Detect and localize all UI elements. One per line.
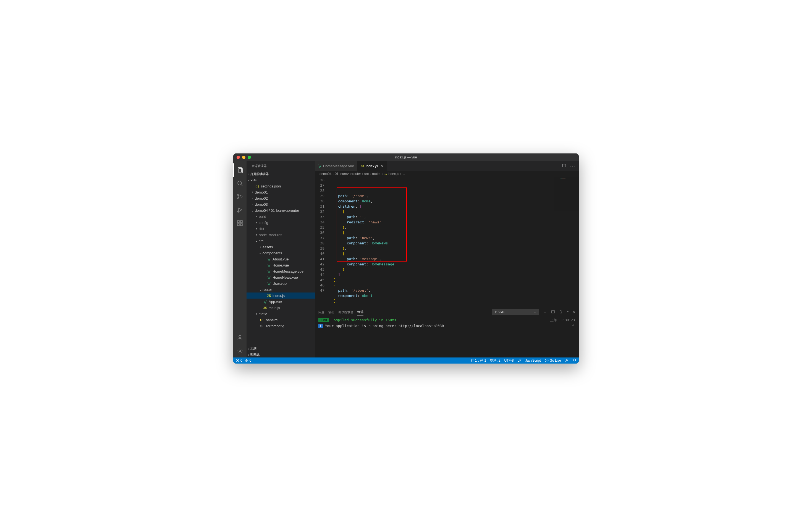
tree-folder[interactable]: ›dist <box>246 226 315 232</box>
tree-file[interactable]: ⋁Home.vue <box>246 262 315 268</box>
breadcrumb-item[interactable]: 01-learnvuerouter <box>335 172 361 176</box>
tree-file[interactable]: JSindex.js <box>246 292 315 298</box>
extensions-icon[interactable] <box>233 217 246 230</box>
panel-actions: 1: node ⌄ ＋ ⌃ ✕ <box>492 309 575 315</box>
chevron-right-icon: › <box>251 196 255 200</box>
minimap[interactable] <box>554 177 579 232</box>
tree-folder[interactable]: ⌄components <box>246 250 315 256</box>
status-eol[interactable]: LF <box>518 358 522 363</box>
tree-file[interactable]: ⚙.editorconfig <box>246 323 315 329</box>
tree-file[interactable]: ⋁HomeNews.vue <box>246 274 315 280</box>
status-encoding[interactable]: UTF-8 <box>504 358 514 363</box>
panel: 问题输出调试控制台终端 1: node ⌄ ＋ ⌃ ✕ <box>315 308 579 357</box>
minimize-window[interactable] <box>242 156 245 159</box>
maximize-window[interactable] <box>248 156 251 159</box>
outline-section[interactable]: › 大纲 <box>246 345 315 351</box>
tree-folder[interactable]: ⌄src <box>246 238 315 244</box>
close-window[interactable] <box>237 156 240 159</box>
status-feedback-icon[interactable] <box>565 358 569 363</box>
tree-file[interactable]: ⋁About.vue <box>246 256 315 262</box>
editor[interactable]: 2627282930313233343536373839404142434445… <box>315 177 579 308</box>
tree-folder[interactable]: ›demo02 <box>246 195 315 201</box>
timeline-section[interactable]: › 时间线 <box>246 351 315 357</box>
tree-folder[interactable]: ›demo03 <box>246 201 315 207</box>
tree-file[interactable]: ⋁User.vue <box>246 280 315 286</box>
svg-rect-11 <box>240 224 242 226</box>
code-line: path: '/about', <box>329 288 579 293</box>
code-line: redirect: 'news' <box>329 220 579 225</box>
tree-folder[interactable]: ›demo01 <box>246 189 315 195</box>
explorer-icon[interactable] <box>233 163 246 177</box>
tree-label: HomeMessage.vue <box>272 269 303 274</box>
svg-point-24 <box>546 360 547 361</box>
tree-label: node_modules <box>259 233 282 237</box>
split-terminal-icon[interactable] <box>551 310 555 314</box>
chevron-down-icon: ⌄ <box>258 251 263 255</box>
more-icon[interactable]: ··· <box>570 164 575 169</box>
account-icon[interactable] <box>233 331 246 344</box>
panel-tab[interactable]: 问题 <box>318 309 324 315</box>
code-line <box>329 304 579 309</box>
status-bell-icon[interactable] <box>573 358 577 363</box>
breadcrumb-item[interactable]: src <box>364 172 369 176</box>
breadcrumb-item[interactable]: router <box>372 172 381 176</box>
open-editors-section[interactable]: › 打开的编辑器 <box>246 171 315 177</box>
status-warnings[interactable]: 0 <box>244 358 252 363</box>
tree-folder[interactable]: ⌄router <box>246 286 315 292</box>
search-icon[interactable] <box>233 177 246 190</box>
tree-file[interactable]: B.babelrc <box>246 317 315 323</box>
status-spaces[interactable]: 空格: 2 <box>490 358 500 363</box>
window-title: index.js — vue <box>395 155 417 159</box>
close-panel-icon[interactable]: ✕ <box>573 311 575 314</box>
status-linecol[interactable]: 行 1，列 1 <box>471 358 486 363</box>
panel-tab[interactable]: 终端 <box>357 309 364 315</box>
settings-gear-icon[interactable] <box>233 344 246 357</box>
tree-label: components <box>263 251 282 255</box>
code-line: } <box>329 267 579 272</box>
status-language[interactable]: JavaScript <box>525 358 541 363</box>
tree-label: App.vue <box>269 300 282 304</box>
editor-tab[interactable]: JSindex.js× <box>358 161 387 171</box>
new-terminal-icon[interactable]: ＋ <box>543 309 547 315</box>
panel-tab[interactable]: 输出 <box>328 309 335 315</box>
chevron-down-icon: ⌄ <box>251 208 255 212</box>
chevron-right-icon: › <box>254 214 259 219</box>
chevron-up-icon[interactable]: ⌃ <box>567 311 569 314</box>
code-area[interactable]: path: '/home', component: Home, children… <box>329 177 579 308</box>
chevron-right-icon: › <box>254 233 259 237</box>
trash-icon[interactable] <box>559 310 563 314</box>
status-golive[interactable]: Go Live <box>545 358 561 363</box>
tree-folder[interactable]: ›assets <box>246 244 315 250</box>
tree-folder[interactable]: ›node_modules <box>246 232 315 238</box>
tree-folder[interactable]: ›static <box>246 311 315 317</box>
status-errors[interactable]: 0 <box>235 358 242 363</box>
tree-label: demo04 / 01-learnvuerouter <box>255 208 299 212</box>
breadcrumbs[interactable]: demo04›01-learnvuerouter›src›router›JSin… <box>315 171 579 177</box>
tree-folder[interactable]: ›build <box>246 213 315 220</box>
tree-label: assets <box>263 245 273 249</box>
tree-file[interactable]: JSmain.js <box>246 305 315 311</box>
split-editor-icon[interactable] <box>562 163 566 169</box>
tree-file[interactable]: ⋁App.vue <box>246 298 315 305</box>
code-line: { <box>329 209 579 214</box>
panel-tab[interactable]: 调试控制台 <box>338 309 353 315</box>
tree-folder[interactable]: ›config <box>246 220 315 226</box>
terminal-select[interactable]: 1: node ⌄ <box>492 309 539 315</box>
svg-rect-12 <box>240 221 242 223</box>
breadcrumb-item[interactable]: ... <box>402 172 405 176</box>
tree-file[interactable]: { }settings.json <box>246 183 315 189</box>
terminal-line: DONE Compiled successfully in 150ms <box>318 318 575 322</box>
tree-label: demo03 <box>255 202 268 206</box>
svg-point-13 <box>239 335 241 338</box>
breadcrumb-item[interactable]: JSindex.js <box>384 172 399 176</box>
terminal-body[interactable]: 上午 11:39:23 ⚠ DONE Compiled successfully… <box>315 316 579 357</box>
source-control-icon[interactable] <box>233 190 246 203</box>
project-section[interactable]: › VUE <box>246 177 315 183</box>
tree-folder[interactable]: ⌄demo04 / 01-learnvuerouter <box>246 207 315 213</box>
breadcrumb-item[interactable]: demo04 <box>319 172 331 176</box>
tree-file[interactable]: ⋁HomeMessage.vue <box>246 268 315 274</box>
close-tab-icon[interactable]: × <box>381 164 383 168</box>
editor-tab[interactable]: ⋁HomeMessage.vue <box>315 161 358 171</box>
vscode-window: index.js — vue <box>233 153 579 364</box>
debug-icon[interactable] <box>233 203 246 217</box>
